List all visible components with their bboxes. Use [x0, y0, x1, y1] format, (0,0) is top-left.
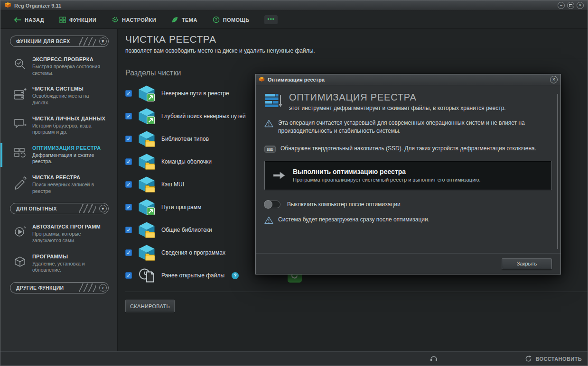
svg-text:SSD: SSD	[267, 147, 273, 151]
sidebar-item-private-data-cleanup[interactable]: ЧИСТКА ЛИЧНЫХ ДАННЫХ Истории браузеров, …	[0, 111, 117, 140]
toolbar-settings-button[interactable]: НАСТРОЙКИ	[104, 11, 164, 28]
check-icon: ✓	[126, 273, 131, 278]
dialog-body: ОПТИМИЗАЦИЯ РЕЕСТРА этот инструмент дефр…	[256, 85, 560, 253]
restore-button[interactable]: ВОССТАНОВИТЬ	[525, 355, 582, 362]
checkbox-checked[interactable]: ✓	[125, 136, 132, 142]
run-optimization-desc: Программа проанализирует системный реест…	[293, 177, 481, 183]
toolbar-functions-button[interactable]: ФУНКЦИИ	[52, 11, 104, 28]
sidebar-group-for-experienced[interactable]: ДЛЯ ОПЫТНЫХ ▾	[10, 203, 109, 214]
toolbar-help-button[interactable]: ? ПОМОЩЬ	[205, 11, 257, 28]
warning-triangle-icon	[264, 119, 273, 128]
close-button[interactable]: ×	[577, 2, 584, 9]
ssd-note-text: Обнаружен твердотельный накопитель (SSD)…	[280, 145, 536, 153]
sidebar-item-title: ПРОГРАММЫ	[32, 254, 104, 259]
toolbar-settings-label: НАСТРОЙКИ	[122, 17, 156, 23]
file-clock-icon	[138, 267, 155, 284]
scrollbar[interactable]	[557, 94, 558, 249]
dialog-app-icon	[259, 75, 265, 84]
sidebar: ФУНКЦИИ ДЛЯ ВСЕХ ▾ ЭКСПРЕСС-ПРОВЕРКА Быс…	[0, 29, 118, 351]
sidebar-item-autostart-programs[interactable]: АВТОЗАПУСК ПРОГРАММ Программы, которые з…	[0, 219, 117, 248]
toolbar-functions-label: ФУНКЦИИ	[69, 17, 96, 23]
run-optimization-button[interactable]: Выполнить оптимизацию реестра Программа …	[264, 161, 552, 190]
chevron-down-icon[interactable]: ▾	[99, 37, 107, 45]
sidebar-item-title: ЧИСТКА ЛИЧНЫХ ДАННЫХ	[32, 116, 105, 121]
toggle-knob	[264, 200, 272, 209]
check-icon: ✓	[126, 159, 131, 165]
divider	[125, 59, 588, 59]
dialog-subheading: этот инструмент дефрагментирует и сжимае…	[289, 105, 506, 111]
chevron-right-icon[interactable]: ›	[99, 284, 107, 292]
shutdown-toggle-off[interactable]	[264, 201, 280, 208]
cube-arrow-icon	[138, 85, 155, 102]
package-box-icon	[13, 255, 27, 269]
toolbar-theme-button[interactable]: ТЕМА	[164, 11, 205, 28]
checkbox-checked[interactable]: ✓	[125, 204, 132, 210]
toolbar-more-button[interactable]: •••	[257, 11, 285, 28]
dialog-heading: ОПТИМИЗАЦИЯ РЕЕСТРА	[289, 92, 506, 103]
defrag-bars-icon	[264, 92, 283, 111]
sidebar-item-desc: Освобождение места на дисках.	[32, 93, 104, 106]
toolbar-help-label: ПОМОЩЬ	[223, 17, 250, 23]
checkbox-checked[interactable]: ✓	[125, 113, 132, 119]
sidebar-item-express-check[interactable]: ЭКСПРЕСС-ПРОВЕРКА Быстрая проверка состо…	[0, 52, 117, 81]
deprecated-warning-note: Эта операция считается устаревшей для со…	[264, 119, 552, 135]
app-logo-icon	[4, 1, 11, 10]
toolbar-back-label: НАЗАД	[25, 17, 44, 23]
close-icon: ×	[552, 77, 555, 82]
minimize-button[interactable]: –	[558, 2, 565, 9]
cube-folder-icon	[138, 244, 155, 261]
maximize-button[interactable]	[567, 2, 574, 9]
window-title: Reg Organizer 9.11	[14, 3, 61, 9]
scan-button[interactable]: СКАНИРОВАТЬ	[125, 300, 175, 312]
active-indicator	[0, 143, 2, 167]
window-controls: – ×	[558, 2, 584, 9]
headphones-icon[interactable]	[430, 355, 438, 364]
toolbar-back-button[interactable]: НАЗАД	[6, 11, 52, 28]
checkbox-checked[interactable]: ✓	[125, 158, 132, 165]
checkbox-checked[interactable]: ✓	[125, 249, 132, 256]
shutdown-toggle-label: Выключить компьютер после оптимизации	[287, 201, 401, 208]
check-icon: ✓	[126, 91, 131, 96]
sidebar-group-other-functions[interactable]: ДРУГИЕ ФУНКЦИИ ›	[10, 282, 109, 293]
page-title: ЧИСТКА РЕЕСТРА	[125, 34, 588, 45]
dialog-footer: Закрыть	[256, 253, 560, 274]
pill-stripes-decor	[79, 284, 96, 292]
sidebar-item-desc: Удаление, установка и обновление.	[32, 261, 104, 274]
check-icon: ✓	[126, 205, 131, 210]
cleanup-row-label: Пути программ	[161, 204, 201, 210]
sidebar-item-desc: Дефрагментация и сжатие реестра.	[32, 152, 104, 165]
dialog-close-footer-button[interactable]: Закрыть	[502, 258, 552, 269]
checkbox-checked[interactable]: ✓	[125, 181, 132, 188]
cleanup-row-label: Сведения о программах	[161, 249, 225, 256]
restore-label: ВОССТАНОВИТЬ	[535, 356, 582, 362]
sidebar-item-programs[interactable]: ПРОГРАММЫ Удаление, установка и обновлен…	[0, 249, 117, 278]
sidebar-item-desc: Быстрая проверка состояния системы.	[32, 64, 104, 76]
help-icon[interactable]: ?	[232, 272, 239, 279]
cube-arrow-icon	[138, 108, 155, 125]
sidebar-item-title: ЭКСПРЕСС-ПРОВЕРКА	[32, 56, 104, 62]
cleanup-row-label: Глубокий поиск неверных путей	[161, 113, 246, 119]
chevron-down-icon[interactable]: ▾	[99, 205, 107, 212]
autostart-play-icon	[13, 225, 27, 239]
checkbox-checked[interactable]: ✓	[125, 90, 132, 97]
sidebar-group2-label: ДЛЯ ОПЫТНЫХ	[16, 206, 57, 211]
ssd-note: SSD Обнаружен твердотельный накопитель (…	[264, 145, 552, 153]
restore-circle-icon	[525, 355, 532, 362]
run-optimization-title: Выполнить оптимизацию реестра	[293, 168, 481, 175]
dialog-title: Оптимизация реестра	[268, 77, 325, 82]
check-icon: ✓	[126, 137, 131, 142]
checkbox-checked[interactable]: ✓	[125, 227, 132, 233]
gear-icon	[112, 16, 119, 23]
sidebar-item-registry-cleanup[interactable]: ЧИСТКА РЕЕСТРА Поиск неверных записей в …	[0, 170, 117, 199]
dialog-close-button[interactable]: ×	[550, 76, 558, 83]
sidebar-item-desc: Программы, которые запускаются сами.	[32, 231, 104, 244]
more-dots-icon: •••	[264, 15, 278, 24]
sidebar-group3-label: ДРУГИЕ ФУНКЦИИ	[16, 285, 64, 291]
sidebar-group1-label: ФУНКЦИИ ДЛЯ ВСЕХ	[16, 38, 70, 44]
close-icon: ×	[579, 3, 581, 8]
checkbox-checked[interactable]: ✓	[125, 272, 132, 279]
dialog-titlebar[interactable]: Оптимизация реестра ×	[256, 74, 560, 85]
sidebar-item-registry-optimization[interactable]: ОПТИМИЗАЦИЯ РЕЕСТРА Дефрагментация и сжа…	[0, 140, 117, 170]
sidebar-group-functions-for-all[interactable]: ФУНКЦИИ ДЛЯ ВСЕХ ▾	[10, 36, 109, 47]
sidebar-item-system-cleanup[interactable]: ЧИСТКА СИСТЕМЫ Освобождение места на дис…	[0, 81, 117, 110]
